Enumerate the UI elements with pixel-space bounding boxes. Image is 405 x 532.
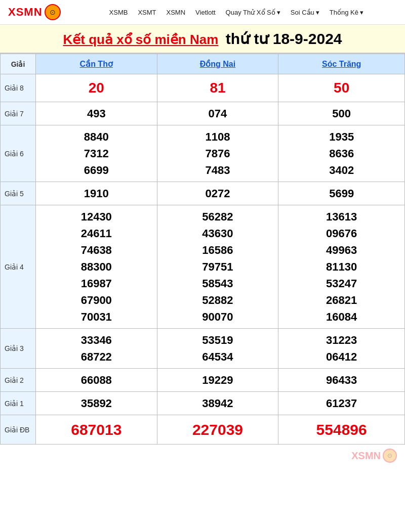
nav-xsmn[interactable]: XSMN [167,9,186,16]
lottery-number: 50 [282,77,400,99]
nav-quaythu[interactable]: Quay Thử Xổ Số ▾ [226,9,280,16]
lottery-number: 074 [161,105,274,122]
lottery-number: 09676 [282,225,400,242]
lottery-number: 16987 [40,275,153,292]
cantho-cell: 35892 [35,392,157,415]
giai-label: Giải 1 [1,392,36,415]
lottery-number: 06412 [282,348,400,365]
chevron-down-icon-3: ▾ [360,9,363,16]
lottery-number: 68722 [40,348,153,365]
col-header-dongnai: Đồng Nai [157,54,278,74]
lottery-number: 687013 [40,418,153,441]
table-row: Giải 7493074500 [1,102,405,125]
lottery-number: 20 [40,77,153,99]
nav-soicau[interactable]: Soi Cầu ▾ [291,9,319,16]
lottery-number: 6699 [40,162,153,179]
table-row: Giải 1358923894261237 [1,392,405,415]
giai-label: Giải 7 [1,102,36,125]
lottery-number: 58543 [161,275,274,292]
nav-quaythu-label: Quay Thử Xổ Số [226,9,275,16]
watermark-text: XSMN [351,450,381,462]
lottery-number: 500 [282,105,400,122]
title-section: Kết quả xổ số miền Nam thứ tư 18-9-2024 [0,25,405,54]
lottery-number: 0272 [161,185,274,202]
lottery-number: 33346 [40,332,153,348]
lottery-number: 5699 [282,185,400,202]
logo-text: XSMN [8,6,43,19]
result-table: Giải Cần Thơ Đồng Nai Sóc Trăng Giải 820… [0,54,405,445]
giai-label: Giải 8 [1,74,36,102]
giai-label: Giải 4 [1,205,36,329]
lottery-number: 7876 [161,145,274,162]
cantho-cell: 66088 [35,369,157,392]
table-row: Giải 3333466872253519645343122306412 [1,329,405,369]
soctrang-cell: 193586363402 [278,125,405,182]
title-date: thứ tư 18-9-2024 [226,30,342,47]
nav-links: XSMB XSMT XSMN Vietlott Quay Thử Xổ Số ▾… [76,9,397,16]
soctrang-cell: 50 [278,74,405,102]
lottery-number: 24611 [40,225,153,242]
lottery-number: 16586 [161,242,274,258]
soctrang-cell: 13613096764996381130532472682116084 [278,205,405,329]
lottery-number: 38942 [161,395,274,412]
giai-label: Giải 2 [1,369,36,392]
lottery-number: 56282 [161,208,274,225]
dongnai-cell: 110878767483 [157,125,278,182]
lottery-number: 53519 [161,332,274,348]
lottery-number: 31223 [282,332,400,348]
lottery-number: 26821 [282,292,400,308]
dongnai-cell: 5351964534 [157,329,278,369]
lottery-number: 12430 [40,208,153,225]
lottery-number: 74638 [40,242,153,258]
lottery-number: 79751 [161,258,274,275]
header: XSMN ⊙ XSMB XSMT XSMN Vietlott Quay Thử … [0,0,405,25]
nav-vietlott[interactable]: Vietlott [195,9,216,16]
soctrang-cell: 96433 [278,369,405,392]
lottery-number: 66088 [40,372,153,388]
logo-area[interactable]: XSMN ⊙ [8,4,61,20]
dongnai-cell: 074 [157,102,278,125]
nav-thongke[interactable]: Thống Kê ▾ [330,9,363,16]
giai-label: Giải 5 [1,182,36,205]
lottery-number: 67900 [40,292,153,308]
lottery-number: 8840 [40,128,153,145]
lottery-number: 70031 [40,308,153,325]
dongnai-cell: 227039 [157,415,278,445]
table-header-row: Giải Cần Thơ Đồng Nai Sóc Trăng [1,54,405,74]
chevron-down-icon: ▾ [277,9,280,16]
lottery-number: 88300 [40,258,153,275]
table-row: Giải 41243024611746388830016987679007003… [1,205,405,329]
lottery-number: 19229 [161,372,274,388]
nav-xsmt[interactable]: XSMT [138,9,156,16]
col-header-soctrang: Sóc Trăng [278,54,405,74]
chevron-down-icon-2: ▾ [316,9,319,16]
giai-label: Giải ĐB [1,415,36,445]
lottery-number: 49963 [282,242,400,258]
soctrang-cell: 61237 [278,392,405,415]
nav-xsmb[interactable]: XSMB [109,9,128,16]
lottery-number: 7312 [40,145,153,162]
lottery-number: 81130 [282,258,400,275]
lottery-number: 227039 [161,418,274,441]
lottery-number: 90070 [161,308,274,325]
lottery-number: 7483 [161,162,274,179]
cantho-cell: 687013 [35,415,157,445]
dongnai-cell: 38942 [157,392,278,415]
col-header-cantho: Cần Thơ [35,54,157,74]
table-row: Giải ĐB687013227039554896 [1,415,405,445]
lottery-number: 3402 [282,162,400,179]
table-row: Giải 68840731266991108787674831935863634… [1,125,405,182]
table-row: Giải 8208150 [1,74,405,102]
nav-thongke-label: Thống Kê [330,9,358,16]
cantho-cell: 884073126699 [35,125,157,182]
soctrang-cell: 554896 [278,415,405,445]
lottery-number: 8636 [282,145,400,162]
dongnai-cell: 56282436301658679751585435288290070 [157,205,278,329]
col-header-giai: Giải [1,54,36,74]
soctrang-cell: 3122306412 [278,329,405,369]
lottery-number: 1935 [282,128,400,145]
logo-icon: ⊙ [45,4,61,20]
cantho-cell: 12430246117463888300169876790070031 [35,205,157,329]
lottery-number: 61237 [282,395,400,412]
lottery-number: 1910 [40,185,153,202]
